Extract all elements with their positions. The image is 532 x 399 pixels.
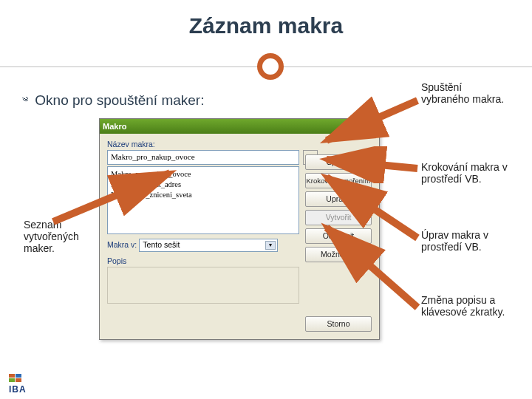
macro-dialog: Makro ? × Název makra: Makro_pro_nakup_o… xyxy=(99,118,380,340)
list-item[interactable]: Makro_pro_tisk_adres xyxy=(111,180,296,190)
chevron-down-icon[interactable]: ▾ xyxy=(265,241,276,250)
help-button[interactable]: ? xyxy=(348,120,361,132)
makra-v-select[interactable]: Tento sešit ▾ xyxy=(139,239,278,252)
dialog-titlebar[interactable]: Makro ? × xyxy=(100,119,379,134)
options-button[interactable]: Možnosti.. xyxy=(305,247,372,262)
create-button: Vytvořit xyxy=(305,210,372,225)
decor-circle xyxy=(257,53,284,80)
annot-edit: Úprav makra v prostředí VB. xyxy=(421,229,517,253)
cancel-button[interactable]: Storno xyxy=(305,316,372,332)
swirl-icon: ༄ xyxy=(22,94,28,106)
dialog-caption: Makro xyxy=(103,122,126,131)
annot-list: Seznam vytvořených maker. xyxy=(24,219,90,254)
annot-run: Spuštění vybraného makra. xyxy=(421,81,510,105)
makra-v-value: Tento sešit xyxy=(143,240,180,249)
list-item[interactable]: Makro_pro_nakup_ovoce xyxy=(111,169,296,180)
slide-title: Záznam makra xyxy=(0,0,532,38)
makra-v-label: Makra v: xyxy=(107,240,137,249)
subtitle-line: ༄ Okno pro spouštění maker: xyxy=(22,92,204,109)
list-item[interactable]: Makro_pro_zniceni_sveta xyxy=(111,190,296,200)
macro-name-input[interactable]: Makro_pro_nakup_ovoce xyxy=(107,150,299,165)
annot-options: Změna popisu a klávesové zkratky. xyxy=(421,294,517,318)
annot-step: Krokování makra v prostředí VB. xyxy=(421,161,517,185)
logo-flag-icon xyxy=(9,374,22,383)
step-button[interactable]: Krokovat s vnořením xyxy=(305,173,372,188)
button-column: Spustit Krokovat s vnořením Upravit Vytv… xyxy=(305,154,372,262)
subtitle-text: Okno pro spouštění maker: xyxy=(35,92,204,108)
macro-list[interactable]: Makro_pro_nakup_ovoce Makro_pro_tisk_adr… xyxy=(107,166,299,234)
popis-box xyxy=(107,267,299,304)
run-button[interactable]: Spustit xyxy=(305,154,372,170)
edit-button[interactable]: Upravit xyxy=(305,191,372,207)
close-button[interactable]: × xyxy=(363,120,376,132)
delete-button[interactable]: Odstranit xyxy=(305,228,372,244)
logo-text: IBA xyxy=(9,384,27,395)
name-label: Název makra: xyxy=(107,140,372,149)
